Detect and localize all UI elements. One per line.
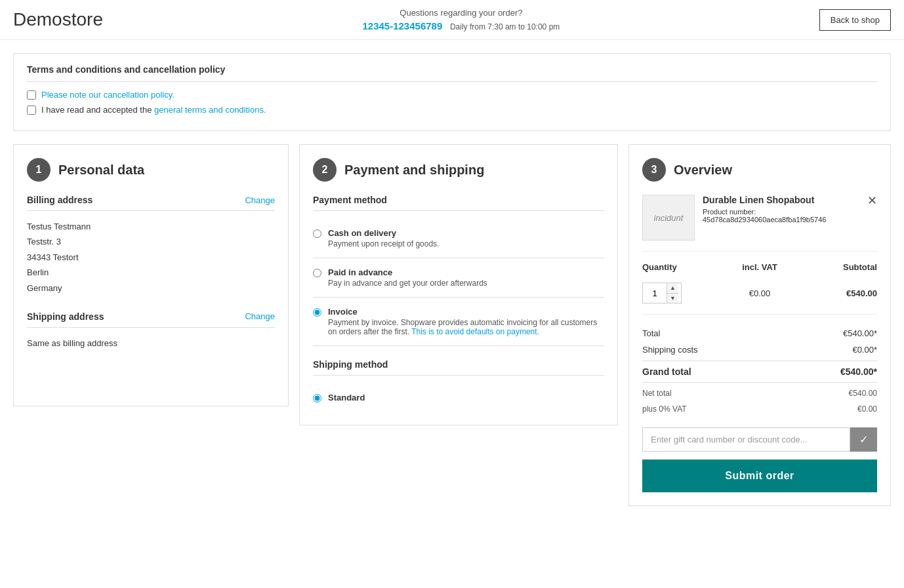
personal-header: 1 Personal data <box>27 158 275 182</box>
payment-method-title: Payment method <box>313 195 604 211</box>
main-content: Terms and conditions and cancellation po… <box>0 40 904 519</box>
product-number: Product number: 45d78ca8d2934060aeca8fba… <box>703 208 859 224</box>
net-total-row: Net total €540.00 <box>642 385 877 401</box>
grand-value: €540.00* <box>840 366 877 377</box>
product-image: incidunt <box>642 195 695 241</box>
overview-box: 3 Overview incidunt Durable Linen Shopab… <box>628 144 891 506</box>
cod-details: Cash on delivery Payment upon receipt of… <box>328 228 439 248</box>
qty-input-wrap: ▲ ▼ <box>642 283 682 304</box>
personal-title: Personal data <box>58 163 144 178</box>
support-phone: 12345-123456789 <box>362 20 442 31</box>
net-value: €540.00 <box>849 389 877 398</box>
vat-row-value: €0.00 <box>857 404 877 414</box>
billing-address: Testus Testmann Teststr. 3 34343 Testort… <box>27 219 275 296</box>
invoice-desc-link[interactable]: This is to avoid defaults on payment. <box>411 327 539 336</box>
qty-stepper: ▲ ▼ <box>642 283 720 304</box>
cancellation-checkbox[interactable] <box>27 90 36 100</box>
cancellation-label: Please note our cancellation policy. <box>41 90 175 100</box>
shipping-same: Same as billing address <box>27 336 275 351</box>
overview-column: 3 Overview incidunt Durable Linen Shopab… <box>628 144 891 506</box>
vat-value: €0.00 <box>720 288 798 298</box>
qty-vat-subtotal-headers: Quantity incl. VAT Subtotal <box>642 262 877 272</box>
billing-street: Teststr. 3 <box>27 234 275 249</box>
vat-header: incl. VAT <box>720 262 798 272</box>
product-number-label: Product number: <box>703 208 756 216</box>
billing-change-link[interactable]: Change <box>245 195 275 205</box>
back-to-shop-button[interactable]: Back to shop <box>819 9 891 31</box>
support-hours: Daily from 7:30 am to 10:00 pm <box>450 22 560 31</box>
overview-title: Overview <box>674 163 732 178</box>
cod-radio[interactable] <box>313 229 321 238</box>
vat-row: plus 0% VAT €0.00 <box>642 401 877 417</box>
product-name: Durable Linen Shopabout <box>703 195 859 205</box>
personal-data-column: 1 Personal data Billing address Change T… <box>13 144 289 406</box>
remove-product-button[interactable]: ✕ <box>867 195 877 206</box>
advance-label: Paid in advance <box>328 267 487 277</box>
payment-option-invoice: Invoice Payment by invoice. Shopware pro… <box>313 298 604 346</box>
standard-shipping-label: Standard <box>328 393 365 402</box>
total-row: Total €540.00* <box>642 325 877 342</box>
net-label: Net total <box>642 389 672 398</box>
shipping-method-title: Shipping method <box>313 359 604 376</box>
vat-row-label: plus 0% VAT <box>642 404 687 414</box>
grand-label: Grand total <box>642 366 691 377</box>
total-value: €540.00* <box>843 328 877 338</box>
advance-radio[interactable] <box>313 269 321 277</box>
header: Demostore Questions regarding your order… <box>0 0 904 40</box>
standard-shipping-radio[interactable] <box>313 394 321 402</box>
payment-title: Payment and shipping <box>344 163 484 178</box>
subtotal-value: €540.00 <box>799 288 877 298</box>
personal-data-box: 1 Personal data Billing address Change T… <box>13 144 289 406</box>
qty-input[interactable] <box>643 283 667 303</box>
terms-title: Terms and conditions and cancellation po… <box>27 64 877 82</box>
gift-card-input[interactable] <box>642 427 850 452</box>
billing-address-header: Billing address Change <box>27 195 275 211</box>
shipping-value: €0.00* <box>852 345 877 355</box>
support-info: Questions regarding your order? 12345-12… <box>362 8 560 31</box>
overview-header: 3 Overview <box>642 158 877 182</box>
standard-shipping-details: Standard <box>328 393 365 402</box>
invoice-label: Invoice <box>328 307 604 317</box>
step-2-circle: 2 <box>313 158 337 182</box>
billing-city: Berlin <box>27 265 275 280</box>
total-label: Total <box>642 328 660 338</box>
terms-box: Terms and conditions and cancellation po… <box>13 53 891 131</box>
payment-option-advance: Paid in advance Pay in advance and get y… <box>313 258 604 298</box>
subtotal-header: Subtotal <box>799 262 877 272</box>
terms-item-cancellation: Please note our cancellation policy. <box>27 90 877 100</box>
general-terms-label: I have read and accepted the general ter… <box>41 105 266 115</box>
product-row: incidunt Durable Linen Shopabout Product… <box>642 195 877 252</box>
shipping-title: Shipping address <box>27 311 104 322</box>
shipping-label: Shipping costs <box>642 345 698 355</box>
qty-vat-subtotal-values: ▲ ▼ €0.00 €540.00 <box>642 283 877 315</box>
cancellation-link[interactable]: Please note our cancellation policy. <box>41 90 175 100</box>
checkmark-icon: ✓ <box>859 433 868 446</box>
cod-desc: Payment upon receipt of goods. <box>328 239 439 248</box>
terms-item-general: I have read and accepted the general ter… <box>27 105 877 115</box>
logo-light: store <box>62 9 103 29</box>
submit-order-button[interactable]: Submit order <box>642 460 877 492</box>
payment-option-cod: Cash on delivery Payment upon receipt of… <box>313 219 604 258</box>
support-title: Questions regarding your order? <box>362 8 560 18</box>
billing-title: Billing address <box>27 195 92 205</box>
shipping-address: Same as billing address <box>27 336 275 351</box>
grand-total-row: Grand total €540.00* <box>642 361 877 383</box>
general-terms-checkbox[interactable] <box>27 106 36 115</box>
gift-card-apply-button[interactable]: ✓ <box>850 427 877 452</box>
totals-section: Total €540.00* Shipping costs €0.00* Gra… <box>642 325 877 417</box>
invoice-radio[interactable] <box>313 308 321 317</box>
invoice-details: Invoice Payment by invoice. Shopware pro… <box>328 307 604 336</box>
advance-desc: Pay in advance and get your order afterw… <box>328 279 487 288</box>
qty-up-button[interactable]: ▲ <box>667 283 678 294</box>
qty-down-button[interactable]: ▼ <box>667 294 678 304</box>
payment-column: 2 Payment and shipping Payment method Ca… <box>299 144 618 425</box>
general-terms-link[interactable]: general terms and conditions. <box>154 105 266 115</box>
logo: Demostore <box>13 9 103 30</box>
shipping-change-link[interactable]: Change <box>245 311 275 321</box>
product-number-value: 45d78ca8d2934060aeca8fba1f9b5746 <box>703 216 826 224</box>
shipping-option-standard: Standard <box>313 383 604 412</box>
payment-header: 2 Payment and shipping <box>313 158 604 182</box>
product-info: Durable Linen Shopabout Product number: … <box>703 195 859 224</box>
qty-header: Quantity <box>642 262 720 272</box>
billing-country: Germany <box>27 281 275 296</box>
